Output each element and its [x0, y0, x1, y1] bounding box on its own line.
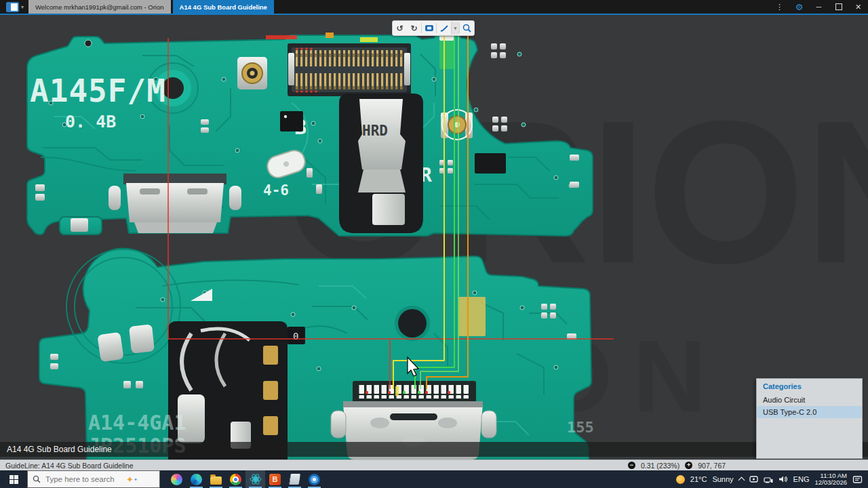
orion-icon: [250, 473, 262, 485]
zoom-controls: − 0.31 (233%) + 907, 767: [628, 462, 726, 470]
chevron-up-icon[interactable]: [738, 477, 745, 484]
search-input[interactable]: [44, 474, 123, 484]
weather-sun-icon[interactable]: [676, 475, 685, 484]
clock-date: 12/03/2026: [814, 479, 847, 487]
file-explorer-icon: [210, 476, 222, 485]
desktop: { "titlebar": { "tabs": [ {"label": "Wel…: [0, 0, 868, 488]
search-icon: [33, 475, 41, 483]
board-to-board-connector: [288, 43, 411, 96]
statusbar-guideline-text: GuideLine: A14 4G Sub Board Guideline: [0, 462, 134, 470]
tab-guideline-label: A14 4G Sub Board Guideline: [180, 3, 267, 11]
tab-welcome-label: Welcome mrkhan1991pk@gmail.com - Orion: [35, 3, 164, 11]
network-icon[interactable]: [764, 476, 773, 483]
kebab-menu-icon[interactable]: ⋮: [770, 0, 789, 14]
zoom-level-text: 0.31 (233%): [641, 462, 679, 470]
coax-connector-left: [237, 57, 267, 89]
categories-title: Categories: [757, 379, 862, 394]
pcb-photo[interactable]: ORION ORION: [0, 15, 868, 460]
taskbar-icon-orion[interactable]: [245, 470, 265, 488]
meet-now-icon[interactable]: [749, 476, 758, 483]
silkscreen-4-6: 4-6: [263, 182, 289, 199]
pen-measure-icon[interactable]: [437, 22, 451, 35]
category-item-audio-circuit[interactable]: Audio Circuit: [757, 394, 862, 406]
silkscreen-code1: A14-4GA1: [88, 411, 186, 434]
green-component: [439, 38, 454, 69]
categories-panel: Categories Audio Circuit USB Type-C 2.0: [756, 378, 863, 459]
taskbar-search[interactable]: ✦✦: [27, 470, 160, 488]
edge-icon: [191, 474, 202, 485]
cursor-coords-text: 907, 767: [698, 462, 726, 470]
restore-button[interactable]: [829, 0, 848, 14]
silkscreen-155: 155: [567, 419, 594, 436]
silkscreen-model: A145F/M: [30, 73, 166, 109]
windows-logo-icon: [9, 475, 18, 484]
clock[interactable]: 11:10 AM 12/03/2026: [814, 472, 847, 487]
minimize-button[interactable]: ─: [809, 0, 829, 14]
notifications-icon[interactable]: [852, 475, 863, 484]
screw-hole2: [398, 309, 427, 338]
small-ic: 0: [288, 327, 305, 344]
pen-dropdown-icon[interactable]: ▾: [451, 22, 459, 35]
camera-icon: [309, 474, 320, 485]
taskbar-icon-notepad[interactable]: [285, 470, 304, 488]
kapton-tape: [458, 297, 486, 336]
fit-to-screen-icon[interactable]: [422, 22, 436, 35]
hrd-audio-jack: HRD: [339, 94, 423, 233]
start-button[interactable]: [0, 470, 27, 488]
copilot-icon: [171, 474, 182, 485]
close-button[interactable]: ✕: [848, 0, 868, 14]
rotate-ccw-icon[interactable]: ↺: [393, 22, 407, 35]
weather-temp[interactable]: 21°C: [690, 475, 707, 483]
taskbar-icon-file-explorer[interactable]: [206, 470, 226, 488]
zoom-out-icon[interactable]: −: [628, 462, 635, 469]
mic-dot: [284, 115, 287, 118]
chrome-icon: [230, 474, 241, 485]
taskbar-icon-chrome[interactable]: [226, 470, 245, 488]
tab-welcome[interactable]: Welcome mrkhan1991pk@gmail.com - Orion: [28, 0, 171, 14]
taskbar: ✦✦ B 21°C Sunny ENG 11:10 AM 12/03/2026: [0, 470, 868, 488]
tab-guideline[interactable]: A14 4G Sub Board Guideline: [173, 0, 274, 14]
notepad-icon: [289, 474, 300, 485]
weather-condition[interactable]: Sunny: [712, 475, 733, 483]
titlebar: ▾ Welcome mrkhan1991pk@gmail.com - Orion…: [0, 0, 868, 15]
statusbar: GuideLine: A14 4G Sub Board Guideline − …: [0, 460, 868, 470]
taskbar-icon-copilot[interactable]: [167, 470, 186, 488]
b-app-icon: B: [269, 474, 281, 485]
category-item-usb-type-c[interactable]: USB Type-C 2.0: [757, 406, 862, 418]
guideline-overlay-title: A14 4G Sub Board Guideline: [7, 445, 112, 454]
app-window-icon[interactable]: [6, 2, 19, 12]
taskbar-icon-camera[interactable]: [304, 470, 324, 488]
system-tray: 21°C Sunny ENG 11:10 AM 12/03/2026: [676, 470, 868, 488]
ic-right: [475, 153, 506, 174]
taskbar-icon-edge[interactable]: [186, 470, 206, 488]
silkscreen-revision: 0. 4B: [65, 112, 116, 131]
lower-sub-board: 0 A14-4GA1 JP2510PS 155: [39, 249, 594, 460]
settings-gear-icon[interactable]: ⚙: [789, 0, 809, 14]
pcb-viewer-canvas[interactable]: ORION ORION: [0, 15, 868, 460]
rotate-cw-icon[interactable]: ↻: [407, 22, 421, 35]
search-icon[interactable]: [460, 22, 474, 35]
mic-component: [280, 111, 303, 131]
taskbar-app-icons: B: [167, 470, 324, 488]
small-ic-label: 0: [293, 331, 298, 342]
copilot-star-icon: ✦✦: [126, 475, 138, 484]
viewer-toolbar: ↺ ↻ ▾: [392, 20, 475, 36]
language-indicator[interactable]: ENG: [793, 475, 810, 483]
guideline-overlay-band: A14 4G Sub Board Guideline: [0, 442, 868, 457]
zoom-in-icon[interactable]: +: [685, 462, 692, 469]
volume-icon[interactable]: [778, 475, 788, 483]
chevron-down-icon[interactable]: ▾: [21, 4, 24, 10]
taskbar-icon-b-app[interactable]: B: [265, 470, 285, 488]
hrd-label: HRD: [362, 123, 388, 139]
